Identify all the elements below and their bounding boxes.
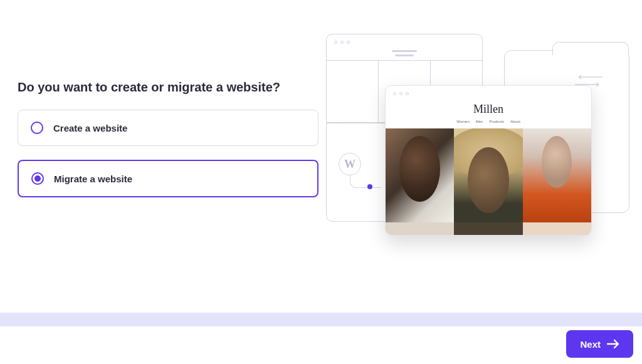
- radio-icon: [31, 122, 43, 134]
- illustration-area: W Millen Women Men Products About: [318, 0, 624, 313]
- progress-band: [0, 313, 642, 326]
- preview-nav-item: About: [510, 120, 520, 123]
- page-question: Do you want to create or migrate a websi…: [18, 80, 318, 95]
- preview-nav: Women Men Products About: [386, 120, 591, 128]
- next-button[interactable]: Next: [566, 330, 633, 358]
- option-migrate-website[interactable]: Migrate a website: [18, 160, 318, 197]
- next-button-label: Next: [580, 339, 601, 350]
- window-dots-icon: [386, 86, 591, 101]
- preview-site-title: Millen: [386, 101, 591, 120]
- option-migrate-label: Migrate a website: [54, 174, 132, 184]
- option-create-website[interactable]: Create a website: [18, 110, 318, 146]
- window-dots-icon: [327, 34, 482, 50]
- preview-nav-item: Women: [456, 120, 470, 123]
- connector-line: [350, 175, 381, 188]
- option-create-label: Create a website: [53, 123, 127, 133]
- preview-nav-item: Men: [476, 120, 483, 123]
- connector-dot-icon: [367, 184, 372, 189]
- preview-window: Millen Women Men Products About: [385, 85, 592, 236]
- preview-nav-item: Products: [489, 120, 504, 123]
- wordpress-icon: W: [339, 153, 361, 175]
- radio-icon-selected: [31, 172, 44, 185]
- arrow-right-icon: [607, 338, 619, 350]
- preview-image-grid: [386, 128, 591, 222]
